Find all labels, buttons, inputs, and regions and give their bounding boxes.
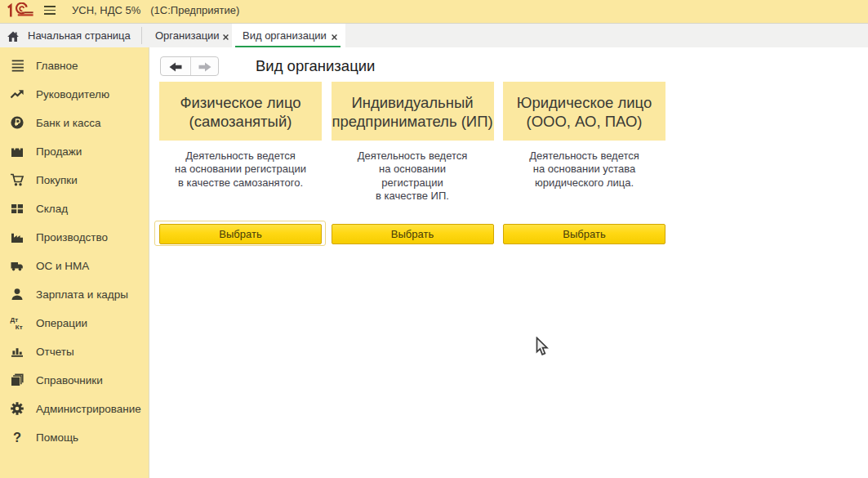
svg-text:Кт: Кт xyxy=(16,323,23,329)
